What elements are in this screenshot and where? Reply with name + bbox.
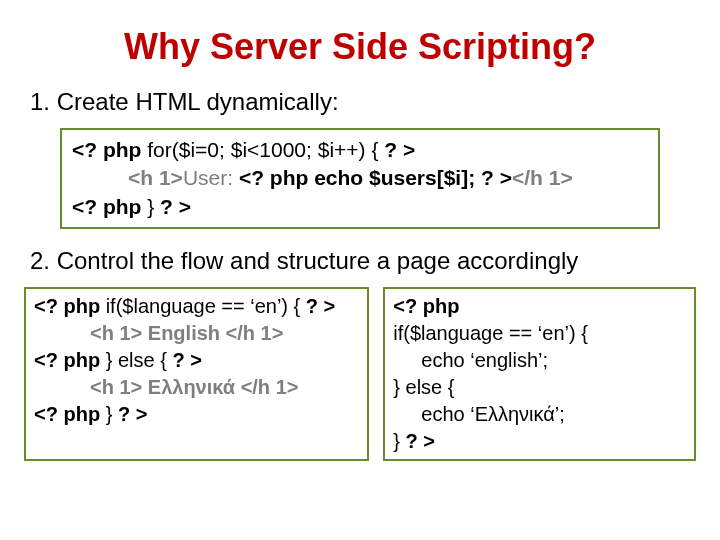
php-close: ? > (112, 403, 147, 425)
html-tag: </h 1> (512, 166, 573, 189)
code-line: <h 1> Ελληνικά </h 1> (90, 374, 359, 401)
code-line: <? php } else { ? > (34, 347, 359, 374)
code-line: echo ‘english’; (421, 347, 686, 374)
slide-title: Why Server Side Scripting? (0, 26, 720, 68)
code-text: } else { (106, 349, 167, 371)
php-close: ? > (406, 430, 435, 452)
code-line: <h 1> English </h 1> (90, 320, 359, 347)
code-block-1: <? php for($i=0; $i<1000; $i++) { ? > <h… (60, 128, 660, 229)
code-line: <h 1>User: <? php echo $users[$i]; ? ></… (128, 164, 648, 192)
code-line: <? php if($language == ‘en’) { ? > (34, 293, 359, 320)
php-open: <? php (34, 295, 106, 317)
code-line: if($language == ‘en’) { (393, 320, 686, 347)
code-text: for($i=0; $i<1000; $i++) { (147, 138, 378, 161)
php-inline: <? php echo $users[$i]; ? > (239, 166, 512, 189)
html-tag: <h 1> Ελληνικά </h 1> (90, 376, 298, 398)
php-open: <? php (34, 349, 106, 371)
code-line: <? php } ? > (72, 193, 648, 221)
code-row: <? php if($language == ‘en’) { ? > <h 1>… (24, 287, 696, 461)
code-text: } (393, 430, 405, 452)
code-line: <? php } ? > (34, 401, 359, 428)
php-open: <? php (72, 138, 147, 161)
html-tag: <h 1> (128, 166, 183, 189)
php-open: <? php (34, 403, 106, 425)
slide: Why Server Side Scripting? 1. Create HTM… (0, 26, 720, 540)
code-text: User: (183, 166, 239, 189)
php-open: <? php (72, 195, 147, 218)
code-text: if($language == ‘en’) { (106, 295, 301, 317)
point-2: 2. Control the flow and structure a page… (30, 247, 720, 275)
php-close: ? > (154, 195, 191, 218)
php-close: ? > (378, 138, 415, 161)
code-line: } else { (393, 374, 686, 401)
point-1: 1. Create HTML dynamically: (30, 88, 720, 116)
code-line: <? php (393, 293, 686, 320)
php-close: ? > (300, 295, 335, 317)
html-tag: <h 1> English </h 1> (90, 322, 283, 344)
code-line: } ? > (393, 428, 686, 455)
code-line: echo ‘Ελληνικά’; (421, 401, 686, 428)
code-block-2: <? php if($language == ‘en’) { ? > <h 1>… (24, 287, 369, 461)
code-line: <? php for($i=0; $i<1000; $i++) { ? > (72, 136, 648, 164)
code-block-3: <? php if($language == ‘en’) { echo ‘eng… (383, 287, 696, 461)
php-close: ? > (167, 349, 202, 371)
